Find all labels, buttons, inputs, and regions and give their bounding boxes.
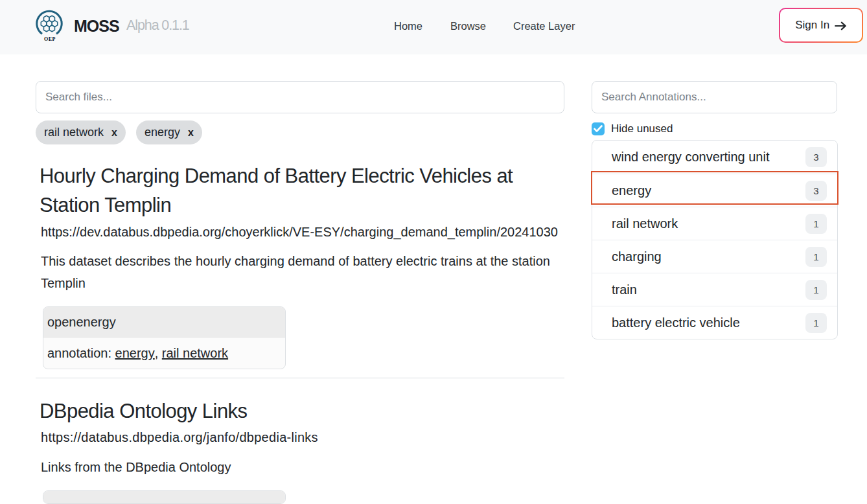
svg-text:OEP: OEP [44, 36, 56, 42]
